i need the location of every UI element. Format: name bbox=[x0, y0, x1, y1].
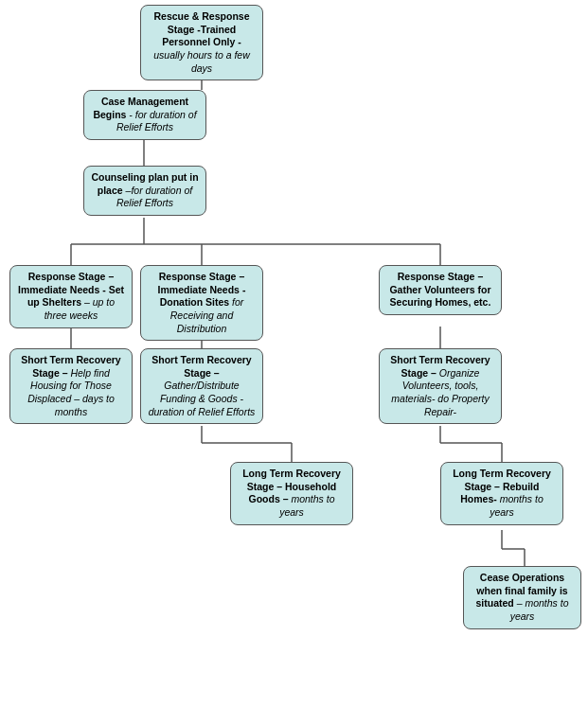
resp-donation-node: Response Stage – Immediate Needs - Donat… bbox=[140, 265, 263, 341]
lt-rebuild-node: Long Term Recovery Stage – Rebuild Homes… bbox=[440, 462, 563, 525]
case-mgmt-node: Case Management Begins - for duration of… bbox=[83, 90, 206, 140]
diagram: Rescue & Response Stage -Trained Personn… bbox=[0, 0, 588, 707]
counseling-node: Counseling plan put in place –for durati… bbox=[83, 166, 206, 216]
cease-node: Cease Operations when final family is si… bbox=[463, 566, 581, 629]
st-housing-node: Short Term Recovery Stage – Help find Ho… bbox=[9, 348, 133, 424]
st-organize-node: Short Term Recovery Stage – Organize Vol… bbox=[379, 348, 502, 424]
resp-volunteers-node: Response Stage – Gather Volunteers for S… bbox=[379, 265, 502, 315]
root-node: Rescue & Response Stage -Trained Personn… bbox=[140, 5, 263, 80]
lt-goods-node: Long Term Recovery Stage – Household Goo… bbox=[230, 462, 353, 525]
st-funding-node: Short Term Recovery Stage – Gather/Distr… bbox=[140, 348, 263, 424]
resp-shelters-node: Response Stage – Immediate Needs - Set u… bbox=[9, 265, 133, 328]
